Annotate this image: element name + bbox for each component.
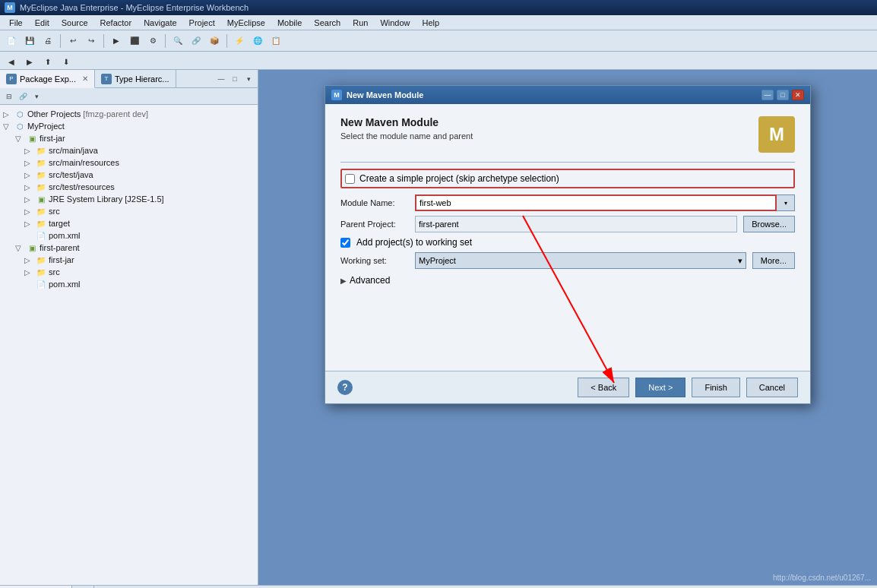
sidebar-link[interactable]: 🔗 (17, 90, 29, 103)
label-src-test-resources: src/test/resources (49, 182, 115, 191)
menu-refactor[interactable]: Refactor (94, 17, 138, 29)
toolbar-sep-4 (226, 34, 227, 48)
menu-source[interactable]: Source (55, 17, 94, 29)
icon-fp-pom-xml: 📄 (36, 279, 46, 289)
tree-item-first-parent[interactable]: ▽ ▣ first-parent (3, 242, 255, 254)
tree-item-target[interactable]: ▷ 📁 target (3, 217, 255, 229)
toolbar-btn-7[interactable]: ⬛ (126, 33, 143, 49)
toolbar-btn-11[interactable]: 📦 (206, 33, 223, 49)
toolbar-btn-2[interactable]: 💾 (21, 33, 38, 49)
expand-target[interactable]: ▷ (24, 220, 33, 228)
dialog-title-text: New Maven Module (347, 90, 423, 100)
expand-other-projects[interactable]: ▷ (3, 110, 12, 119)
sidebar-filter[interactable]: ▾ (30, 90, 43, 103)
sidebar-tabs: P Package Exp... ✕ T Type Hierarc... — □… (0, 70, 258, 88)
sidebar-menu[interactable]: ▾ (242, 73, 255, 85)
label-fp-src: src (49, 267, 60, 277)
tree-item-first-jar[interactable]: ▽ ▣ first-jar (3, 132, 255, 144)
more-button[interactable]: More... (752, 252, 795, 269)
expand-jre-library[interactable]: ▷ (24, 195, 33, 204)
menu-run[interactable]: Run (347, 17, 374, 29)
toolbar2-btn-4[interactable]: ⬇ (58, 53, 74, 70)
menu-mobile[interactable]: Mobile (271, 17, 308, 29)
expand-fp-first-jar[interactable]: ▷ (24, 256, 33, 264)
toolbar-new[interactable]: 📄 (3, 33, 20, 49)
simple-project-checkbox-row: Create a simple project (skip archetype … (340, 169, 795, 188)
toolbar-btn-4[interactable]: ↩ (65, 33, 81, 49)
tab-package-close[interactable]: ✕ (82, 74, 88, 83)
tree-item-fp-pom-xml[interactable]: 📄 pom.xml (3, 278, 255, 290)
dialog-header-text: New Maven Module Select the module name … (340, 116, 473, 141)
expand-src[interactable]: ▷ (24, 207, 33, 216)
menu-edit[interactable]: Edit (29, 17, 55, 29)
module-name-row: Module Name: ▾ (340, 194, 795, 211)
label-target: target (49, 219, 70, 228)
dialog-main-title: New Maven Module (340, 116, 473, 128)
icon-myproject: ⬡ (14, 121, 25, 131)
toolbar-btn-14[interactable]: 📋 (268, 33, 284, 49)
dialog-maximize[interactable]: □ (777, 90, 789, 100)
menu-file[interactable]: File (3, 17, 29, 29)
module-name-dropdown[interactable]: ▾ (777, 194, 795, 211)
menu-project[interactable]: Project (183, 17, 221, 29)
tree-item-src-main-java[interactable]: ▷ 📁 src/main/java (3, 144, 255, 156)
next-button[interactable]: Next > (635, 378, 685, 397)
expand-src-main-java[interactable]: ▷ (24, 147, 33, 155)
tree-item-src-test-resources[interactable]: ▷ 📁 src/test/resources (3, 181, 255, 193)
toolbar2-btn-3[interactable]: ⬆ (40, 53, 56, 70)
tab-package-explorer[interactable]: P Package Exp... ✕ (0, 70, 95, 88)
menu-navigate[interactable]: Navigate (138, 17, 182, 29)
tree-item-fp-src[interactable]: ▷ 📁 src (3, 266, 255, 278)
tree-item-fp-first-jar[interactable]: ▷ 📁 first-jar (3, 254, 255, 266)
dialog-footer: ? < Back Next > Finish Cancel (325, 371, 810, 403)
working-set-dropdown[interactable]: MyProject ▾ (415, 252, 746, 269)
advanced-row[interactable]: ▶ Advanced (340, 275, 795, 286)
menu-window[interactable]: Window (374, 17, 416, 29)
browse-button[interactable]: Browse... (743, 216, 795, 232)
toolbar2-btn-2[interactable]: ▶ (21, 53, 38, 70)
tree-item-pom-xml[interactable]: 📄 pom.xml (3, 229, 255, 242)
expand-first-jar[interactable]: ▽ (15, 134, 24, 143)
tree-item-src-main-resources[interactable]: ▷ 📁 src/main/resources (3, 156, 255, 169)
menu-help[interactable]: Help (416, 17, 446, 29)
tree-item-src[interactable]: ▷ 📁 src (3, 205, 255, 217)
help-button[interactable]: ? (337, 380, 353, 395)
tree-item-jre-library[interactable]: ▷ ▣ JRE System Library [J2SE-1.5] (3, 193, 255, 205)
add-working-set-checkbox[interactable] (340, 238, 350, 248)
sidebar-collapse-all[interactable]: ⊟ (3, 90, 15, 103)
toolbar-btn-6[interactable]: ▶ (108, 33, 125, 49)
toolbar-btn-8[interactable]: ⚙ (144, 33, 161, 49)
tree-item-src-test-java[interactable]: ▷ 📁 src/test/java (3, 169, 255, 181)
menu-myeclipse[interactable]: MyEclipse (221, 17, 271, 29)
sidebar-minimize[interactable]: — (215, 73, 227, 85)
expand-fp-src[interactable]: ▷ (24, 268, 33, 277)
toolbar2-btn-1[interactable]: ◀ (3, 53, 20, 70)
simple-project-label: Create a simple project (skip archetype … (359, 173, 559, 184)
expand-src-test-resources[interactable]: ▷ (24, 183, 33, 191)
expand-src-main-resources[interactable]: ▷ (24, 159, 33, 167)
expand-src-test-java[interactable]: ▷ (24, 171, 33, 179)
module-name-input[interactable] (415, 194, 777, 211)
toolbar-btn-9[interactable]: 🔍 (169, 33, 186, 49)
toolbar-sep-2 (103, 34, 104, 48)
toolbar-btn-10[interactable]: 🔗 (188, 33, 204, 49)
dialog-header: New Maven Module Select the module name … (340, 116, 795, 153)
finish-button[interactable]: Finish (692, 378, 739, 397)
expand-first-parent[interactable]: ▽ (15, 244, 24, 252)
toolbar-btn-13[interactable]: 🌐 (249, 33, 266, 49)
sidebar-maximize[interactable]: □ (229, 73, 241, 85)
dialog-close[interactable]: ✕ (792, 90, 804, 100)
tab-type-hierarchy[interactable]: T Type Hierarc... (95, 70, 176, 87)
menu-search[interactable]: Search (308, 17, 347, 29)
tree-item-other-projects[interactable]: ▷ ⬡ Other Projects [fmzg-parent dev] (3, 108, 255, 120)
simple-project-checkbox[interactable] (345, 174, 355, 184)
expand-myproject[interactable]: ▽ (3, 122, 12, 131)
tree-item-myproject[interactable]: ▽ ⬡ MyProject (3, 120, 255, 132)
cancel-button[interactable]: Cancel (746, 378, 798, 397)
dialog-header-icon: M (758, 116, 795, 153)
toolbar-btn-5[interactable]: ↪ (83, 33, 100, 49)
back-button[interactable]: < Back (578, 378, 629, 397)
toolbar-btn-12[interactable]: ⚡ (231, 33, 248, 49)
toolbar-btn-3[interactable]: 🖨 (40, 33, 56, 49)
dialog-minimize[interactable]: — (761, 90, 774, 100)
